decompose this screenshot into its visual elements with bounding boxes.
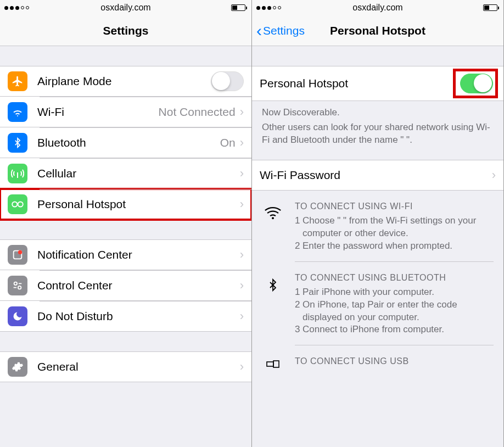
status-url: osxdaily.com <box>100 3 150 13</box>
airplane-toggle[interactable] <box>211 71 244 91</box>
bluetooth-label: Bluetooth <box>37 136 220 149</box>
wifi-row[interactable]: Wi-Fi Not Connected › <box>0 97 251 127</box>
svg-point-2 <box>18 202 23 206</box>
settings-list[interactable]: Airplane Mode Wi-Fi Not Connected › Blue… <box>0 46 251 447</box>
svg-point-6 <box>18 286 21 289</box>
chevron-right-icon: › <box>240 105 244 119</box>
notification-label: Notification Center <box>37 248 240 261</box>
wifi-label: Wi-Fi <box>37 105 159 119</box>
page-title: Settings <box>103 24 149 37</box>
hotspot-screen: osxdaily.com ‹ Settings Personal Hotspot… <box>252 0 504 447</box>
dnd-label: Do Not Disturb <box>37 310 240 323</box>
signal-dots-icon <box>4 6 29 10</box>
wifi-password-row[interactable]: Wi-Fi Password › <box>252 160 503 191</box>
hotspot-toggle[interactable] <box>460 74 493 93</box>
instr-bt-title: TO CONNECT USING BLUETOOTH <box>295 273 494 283</box>
hotspot-label: Personal Hotspot <box>37 198 240 211</box>
chevron-left-icon: ‹ <box>256 23 262 39</box>
nav-bar: ‹ Settings Personal Hotspot <box>252 15 503 46</box>
bluetooth-value: On <box>220 136 236 149</box>
usb-icon <box>262 356 284 370</box>
airplane-mode-row[interactable]: Airplane Mode <box>0 66 251 97</box>
svg-point-5 <box>14 282 17 285</box>
do-not-disturb-row[interactable]: Do Not Disturb › <box>0 301 251 332</box>
hotspot-content[interactable]: Personal Hotspot Now Discoverable. Other… <box>252 46 503 447</box>
cellular-row[interactable]: Cellular › <box>0 158 251 189</box>
signal-dots-icon <box>256 6 281 10</box>
svg-point-4 <box>18 250 22 254</box>
moon-icon <box>8 306 27 326</box>
highlight-box <box>453 69 498 98</box>
page-title: Personal Hotspot <box>330 24 425 37</box>
wifi-value: Not Connected <box>159 105 236 119</box>
general-label: General <box>37 360 240 373</box>
status-bar: osxdaily.com <box>0 0 251 15</box>
airplane-icon <box>8 71 27 91</box>
chevron-right-icon: › <box>240 278 244 293</box>
svg-rect-9 <box>273 361 279 367</box>
bluetooth-icon <box>262 273 284 337</box>
airplane-label: Airplane Mode <box>37 75 211 88</box>
chevron-right-icon: › <box>240 166 244 181</box>
wifi-icon <box>8 102 27 122</box>
connect-bluetooth-instructions: TO CONNECT USING BLUETOOTH 1Pair iPhone … <box>252 262 503 342</box>
chevron-right-icon: › <box>240 248 244 262</box>
cellular-label: Cellular <box>37 167 240 180</box>
svg-point-1 <box>12 202 17 206</box>
notification-icon <box>8 245 27 265</box>
bluetooth-icon <box>8 133 27 153</box>
chevron-right-icon: › <box>240 360 244 374</box>
battery-icon <box>483 4 499 11</box>
chevron-right-icon: › <box>492 168 496 182</box>
svg-point-7 <box>272 217 274 219</box>
nav-bar: Settings <box>0 15 251 46</box>
connect-usb-instructions: TO CONNECT USING USB <box>252 345 503 370</box>
wifi-icon <box>262 202 284 253</box>
hotspot-toggle-row[interactable]: Personal Hotspot <box>252 66 503 101</box>
instr-wifi-title: TO CONNECT USING WI-FI <box>295 202 494 211</box>
hotspot-toggle-label: Personal Hotspot <box>260 77 453 90</box>
bluetooth-row[interactable]: Bluetooth On › <box>0 127 251 158</box>
status-url: osxdaily.com <box>352 3 402 13</box>
svg-rect-8 <box>267 362 273 366</box>
notification-center-row[interactable]: Notification Center › <box>0 239 251 270</box>
control-center-label: Control Center <box>37 279 240 292</box>
control-center-icon <box>8 276 27 295</box>
battery-icon <box>231 4 247 11</box>
cellular-icon <box>8 164 27 183</box>
chevron-right-icon: › <box>240 197 244 211</box>
svg-point-0 <box>17 115 18 116</box>
control-center-row[interactable]: Control Center › <box>0 270 251 301</box>
discoverable-text: Now Discoverable. Other users can look f… <box>252 101 503 147</box>
personal-hotspot-row[interactable]: Personal Hotspot › <box>0 189 251 220</box>
gear-icon <box>8 357 27 377</box>
hotspot-icon <box>8 194 27 214</box>
chevron-right-icon: › <box>240 136 244 150</box>
chevron-right-icon: › <box>240 309 244 323</box>
connect-wifi-instructions: TO CONNECT USING WI-FI 1Choose " " from … <box>252 191 503 258</box>
settings-screen: osxdaily.com Settings Airplane Mode Wi-F… <box>0 0 252 447</box>
instr-usb-title: TO CONNECT USING USB <box>295 356 494 366</box>
status-bar: osxdaily.com <box>252 0 503 15</box>
wifi-password-label: Wi-Fi Password <box>260 169 492 182</box>
general-row[interactable]: General › <box>0 351 251 382</box>
back-label: Settings <box>263 24 305 37</box>
back-button[interactable]: ‹ Settings <box>256 23 305 39</box>
